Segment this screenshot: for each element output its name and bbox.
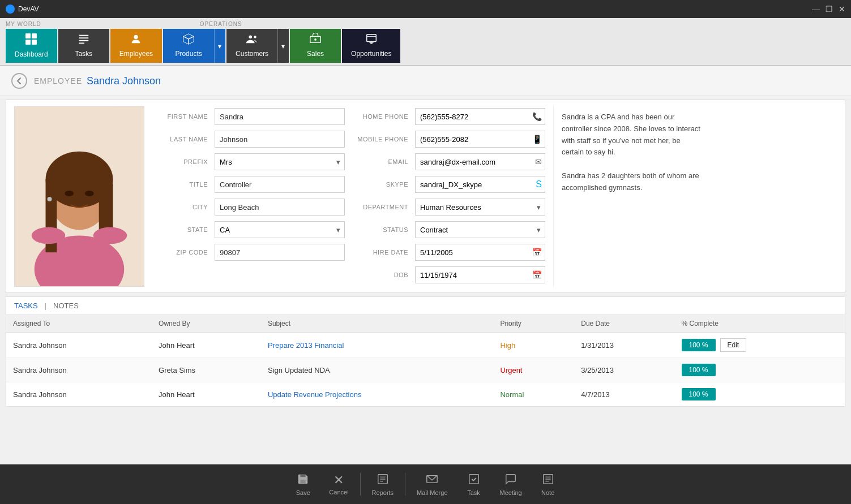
cell-priority: Urgent xyxy=(493,358,574,382)
department-select[interactable]: Human Resources Engineering Sales Market… xyxy=(415,199,545,216)
title-input[interactable] xyxy=(215,176,345,193)
department-row: DEPARTMENT Human Resources Engineering S… xyxy=(353,196,545,218)
state-select-wrapper: CA NY TX ▾ xyxy=(215,221,345,238)
svg-point-24 xyxy=(65,191,74,196)
status-select[interactable]: Contract Full-time Part-time xyxy=(415,221,545,238)
note-button[interactable]: Note xyxy=(531,469,565,499)
form-left: FIRST NAME LAST NAME PREFIX Mrs Mr Dr Ms… xyxy=(152,106,345,287)
status-select-wrapper: Contract Full-time Part-time ▾ xyxy=(415,221,545,238)
tasks-label: Tasks xyxy=(75,50,92,58)
sales-label: Sales xyxy=(307,50,324,58)
prefix-label: PREFIX xyxy=(152,158,215,165)
svg-point-9 xyxy=(249,36,253,39)
cell-subject[interactable]: Update Revenue Projections xyxy=(261,382,494,407)
cell-subject: Sign Updated NDA xyxy=(261,358,494,382)
tab-opportunities[interactable]: Opportunities xyxy=(342,29,400,63)
mobile-icon: 📱 xyxy=(532,135,542,144)
tasks-tab[interactable]: TASKS xyxy=(14,301,38,310)
mobile-phone-label: MOBILE PHONE xyxy=(353,136,415,143)
skype-label: SKYPE xyxy=(353,181,415,188)
mail-merge-label: Mail Merge xyxy=(417,489,447,496)
task-label: Task xyxy=(467,489,480,496)
reports-button[interactable]: Reports xyxy=(363,469,403,499)
dob-calendar-icon[interactable]: 📅 xyxy=(532,270,542,279)
customers-dropdown-button[interactable]: ▾ xyxy=(277,29,289,63)
skype-row: SKYPE S xyxy=(353,174,545,195)
first-name-input[interactable] xyxy=(215,108,345,125)
col-owned-by: Owned By xyxy=(152,315,261,333)
home-phone-input[interactable] xyxy=(415,108,545,125)
tab-employees[interactable]: Employees xyxy=(110,29,162,63)
svg-rect-2 xyxy=(25,40,31,45)
tasks-table: Assigned To Owned By Subject Priority Du… xyxy=(6,315,845,406)
cell-priority: High xyxy=(493,333,574,358)
email-label: EMAIL xyxy=(353,158,415,165)
title-label: TITLE xyxy=(152,181,215,188)
save-button[interactable]: Save xyxy=(286,469,320,499)
skype-icon: S xyxy=(536,179,542,189)
bottom-toolbar: Save ✕ Cancel Reports Mail Merge Task Me… xyxy=(0,464,851,504)
notes-tab[interactable]: NOTES xyxy=(53,301,79,310)
city-input[interactable] xyxy=(215,199,345,216)
dashboard-icon xyxy=(24,32,38,49)
tab-customers[interactable]: Customers xyxy=(226,29,277,63)
back-button[interactable] xyxy=(11,73,27,89)
mobile-phone-wrapper: 📱 xyxy=(415,131,545,148)
skype-wrapper: S xyxy=(415,176,545,193)
progress-bar: 100 % xyxy=(682,339,716,351)
cell-subject[interactable]: Prepare 2013 Financial xyxy=(261,333,494,358)
state-row: STATE CA NY TX ▾ xyxy=(152,219,345,240)
edit-button[interactable]: Edit xyxy=(720,338,747,352)
zip-input[interactable] xyxy=(215,244,345,261)
close-button[interactable]: ✕ xyxy=(839,5,845,14)
email-input[interactable] xyxy=(415,153,545,170)
tasks-header: TASKS | NOTES xyxy=(6,297,845,315)
task-button[interactable]: Task xyxy=(457,469,491,499)
products-dropdown-button[interactable]: ▾ xyxy=(214,29,225,63)
employee-name: Sandra Johnson xyxy=(87,75,161,87)
prefix-row: PREFIX Mrs Mr Dr Ms ▾ xyxy=(152,151,345,173)
hire-date-calendar-icon[interactable]: 📅 xyxy=(532,248,542,257)
customers-icon xyxy=(246,33,258,49)
hire-date-wrapper: 📅 xyxy=(415,244,545,261)
zip-label: ZIP CODE xyxy=(152,249,215,256)
col-complete: % Complete xyxy=(675,315,845,333)
tab-dashboard[interactable]: Dashboard xyxy=(6,29,57,63)
toolbar-divider-2 xyxy=(405,473,405,496)
customers-label: Customers xyxy=(236,50,268,58)
dob-input[interactable] xyxy=(415,266,545,283)
mobile-phone-input[interactable] xyxy=(415,131,545,148)
minimize-button[interactable]: — xyxy=(812,5,820,14)
cell-owned-by: Greta Sims xyxy=(152,358,261,382)
hire-date-input[interactable] xyxy=(415,244,545,261)
svg-point-10 xyxy=(254,36,256,38)
restore-button[interactable]: ❐ xyxy=(826,5,833,14)
employee-breadcrumb-label: EMPLOYEE xyxy=(34,76,82,85)
state-select[interactable]: CA NY TX xyxy=(215,221,345,238)
employee-photo xyxy=(14,106,144,287)
mail-merge-button[interactable]: Mail Merge xyxy=(408,469,456,499)
prefix-select[interactable]: Mrs Mr Dr Ms xyxy=(215,153,345,170)
sales-icon xyxy=(309,33,322,49)
svg-rect-0 xyxy=(25,33,31,38)
svg-rect-1 xyxy=(32,33,37,38)
meeting-button[interactable]: Meeting xyxy=(491,469,531,499)
col-due-date: Due Date xyxy=(574,315,674,333)
app-title: DevAV xyxy=(18,5,39,13)
form-right: HOME PHONE 📞 MOBILE PHONE 📱 EMAIL ✉ xyxy=(353,106,545,287)
home-phone-row: HOME PHONE 📞 xyxy=(353,106,545,127)
cell-due-date: 1/31/2013 xyxy=(574,333,674,358)
table-row: Sandra Johnson Greta Sims Sign Updated N… xyxy=(6,358,845,382)
tab-sales[interactable]: Sales xyxy=(290,29,341,63)
meeting-label: Meeting xyxy=(500,489,522,496)
cancel-button[interactable]: ✕ Cancel xyxy=(320,469,357,499)
tab-products[interactable]: Products xyxy=(163,29,214,63)
svg-point-12 xyxy=(314,38,317,41)
tab-tasks[interactable]: Tasks xyxy=(58,29,109,63)
skype-input[interactable] xyxy=(415,176,545,193)
employee-detail-card: FIRST NAME LAST NAME PREFIX Mrs Mr Dr Ms… xyxy=(6,100,845,293)
svg-rect-34 xyxy=(469,474,478,484)
tasks-section: TASKS | NOTES Assigned To Owned By Subje… xyxy=(6,296,845,407)
svg-point-25 xyxy=(85,191,94,196)
last-name-input[interactable] xyxy=(215,131,345,148)
